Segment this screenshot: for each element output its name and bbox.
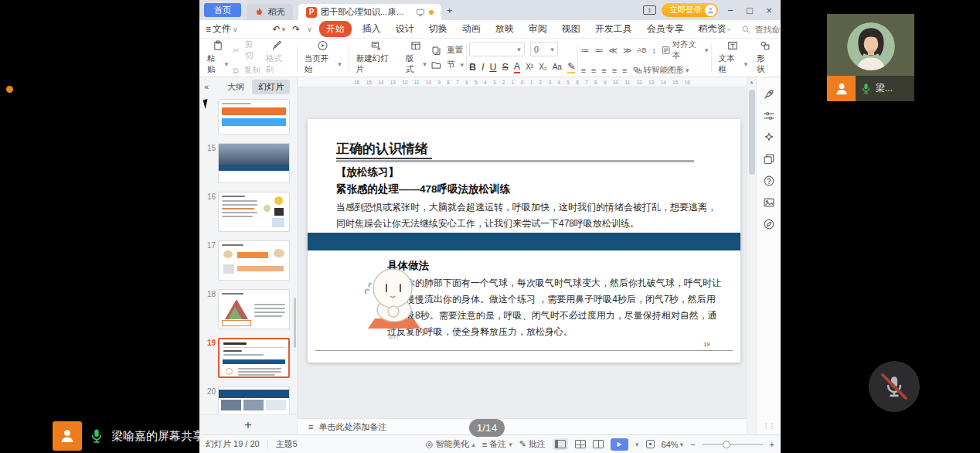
close-button[interactable]: × — [762, 5, 776, 16]
slide-sorter-view-button[interactable] — [575, 440, 586, 448]
slide-thumbnail-19-selected[interactable]: 19 — [202, 338, 297, 378]
new-tab-button[interactable]: + — [447, 5, 453, 16]
align-center-button[interactable]: ≡ — [591, 66, 596, 75]
zoom-out-button[interactable]: − — [690, 440, 695, 449]
home-tab[interactable]: 首页 — [204, 3, 241, 17]
section-button[interactable]: 节▾ — [431, 60, 464, 70]
notes-placeholder[interactable]: 单击此处添加备注 — [318, 421, 386, 433]
mute-toggle-button[interactable] — [869, 361, 920, 412]
menu-tab-devtools[interactable]: 开发工具 — [591, 21, 636, 37]
add-slide-button[interactable]: + — [199, 414, 297, 434]
menu-tab-slideshow[interactable]: 放映 — [492, 21, 518, 37]
scrollbar-thumb[interactable] — [749, 90, 755, 175]
menu-tab-transition[interactable]: 切换 — [425, 21, 451, 37]
slides-tab[interactable]: 幻灯片 — [252, 80, 290, 94]
smart-graphic-button[interactable]: 转智能图形▾ — [633, 65, 689, 76]
menu-tab-view[interactable]: 视图 — [558, 21, 584, 37]
align-right-button[interactable]: ≡ — [601, 66, 606, 75]
slide-title[interactable]: 正确的认识情绪 — [336, 140, 428, 158]
notes-button[interactable]: ≡ 备注 ▾ — [482, 438, 512, 450]
theme-label[interactable]: 主题5 — [276, 438, 298, 450]
search-input[interactable] — [754, 24, 781, 35]
help-icon[interactable] — [763, 175, 775, 187]
highlight-button[interactable]: ✎ — [567, 60, 575, 73]
play-options-icon[interactable]: ▾ — [635, 441, 639, 448]
cut-button[interactable]: ✂剪切 — [233, 39, 260, 61]
start-from-page-button[interactable]: 当页开始▾ — [300, 40, 346, 75]
zoom-slider[interactable] — [703, 444, 763, 445]
zoom-level[interactable]: 64%▾ — [662, 440, 684, 449]
more-commands-icon[interactable]: ∨ — [307, 26, 312, 33]
underline-button[interactable]: U — [489, 62, 496, 73]
login-button[interactable]: 立即登录 — [662, 3, 718, 17]
sidebar-scrollbar[interactable] — [294, 298, 296, 348]
slide-thumbnail-17[interactable]: 17 — [202, 240, 297, 281]
image-card-icon[interactable] — [763, 196, 775, 209]
command-search[interactable] — [741, 24, 781, 35]
align-text-button[interactable]: 对齐文本▾ — [662, 39, 709, 61]
outline-tab[interactable]: 大纲 — [227, 81, 244, 93]
menu-tab-design[interactable]: 设计 — [392, 21, 418, 37]
increase-indent-button[interactable]: ≫ — [623, 46, 632, 56]
collapse-panel-button[interactable]: « — [204, 82, 209, 91]
numbered-list-button[interactable]: ≕ — [594, 46, 603, 56]
slideshow-play-button[interactable]: ▶ — [611, 438, 628, 451]
zoom-slider-knob[interactable] — [723, 441, 730, 448]
panel-drag-handle[interactable]: ⋮⋮ — [763, 422, 775, 430]
paste-button[interactable]: 粘贴▾ — [202, 40, 233, 75]
layout-button[interactable]: 版式▾ — [401, 40, 431, 75]
bullet-list-button[interactable]: ≔ — [580, 46, 589, 56]
subscript-button[interactable]: X₂ — [539, 63, 547, 71]
decrease-indent-button[interactable]: ≪ — [608, 46, 618, 56]
slide-heading-2[interactable]: 紧张感的处理——478呼吸法放松训练 — [336, 182, 510, 196]
slide-thumbnail-16[interactable]: 16 — [202, 192, 297, 232]
bold-button[interactable]: B — [469, 62, 476, 73]
menu-tab-member[interactable]: 会员专享 — [643, 21, 688, 37]
text-effect-button[interactable]: Aa — [553, 63, 562, 71]
docer-tab[interactable]: 稻壳 — [247, 4, 293, 20]
text-box-button[interactable]: 文本框▾ — [714, 40, 753, 75]
line-spacing-button[interactable]: ↕ — [652, 46, 656, 55]
undo-button[interactable]: ↶▾ — [273, 24, 286, 35]
vertical-scrollbar[interactable]: ▴ — [747, 77, 756, 434]
effects-star-icon[interactable] — [763, 131, 775, 144]
font-color-button[interactable]: A — [514, 61, 520, 73]
font-family-select[interactable]: ▾ — [469, 42, 525, 56]
menu-tab-review[interactable]: 审阅 — [525, 21, 551, 37]
scroll-up-icon[interactable]: ▴ — [747, 77, 756, 85]
new-slide-button[interactable]: 新建幻灯片 — [352, 40, 401, 75]
slide-thumbnail-15[interactable]: 15 — [202, 143, 297, 183]
comments-button[interactable]: ✎ 批注 — [519, 438, 546, 450]
slide-heading-1[interactable]: 【放松练习】 — [336, 165, 399, 179]
maximize-button[interactable]: □ — [743, 5, 757, 16]
copy-button[interactable]: ⧉复制 — [233, 65, 260, 76]
document-tab[interactable]: P 团干部心理知识...康教育0504 — [298, 4, 441, 20]
webcam-tile[interactable]: 梁... — [827, 14, 914, 101]
fit-to-window-icon[interactable] — [646, 440, 655, 448]
compass-icon[interactable] — [763, 218, 775, 230]
device-sync-icon[interactable]: 1 — [643, 5, 656, 15]
menu-tab-animation[interactable]: 动画 — [458, 21, 485, 37]
reset-button[interactable]: 重置 — [431, 45, 464, 56]
menu-tab-insert[interactable]: 插入 — [359, 21, 385, 37]
smart-beautify-button[interactable]: ◎ 智能美化 ▴ — [426, 438, 475, 450]
slide-canvas[interactable]: 正确的认识情绪 【放松练习】 紧张感的处理——478呼吸法放松训练 当感到恐惧或… — [308, 119, 740, 363]
settings-sliders-icon[interactable] — [763, 110, 775, 122]
file-menu[interactable]: ≡ 文件 ∨ — [206, 22, 238, 36]
slide-thumbnail-18[interactable]: 18 — [202, 289, 297, 329]
distribute-button[interactable]: ≡ — [622, 66, 627, 75]
text-direction-button[interactable]: AB — [637, 46, 646, 54]
notes-bar[interactable]: ≡ 单击此处添加备注 — [298, 418, 747, 434]
slide-paragraph[interactable]: 当感到恐惧或紧张时，大脑就会超速运转，呼吸加快，这时我们的情绪会被打乱，想要逃离… — [336, 199, 720, 231]
slide-thumbnail-20[interactable]: 20 — [202, 387, 297, 414]
slide-thumbnail-14[interactable] — [202, 99, 297, 135]
normal-view-button[interactable] — [553, 438, 568, 450]
menu-tab-home[interactable]: 开始 — [319, 21, 352, 37]
reading-view-button[interactable] — [593, 440, 604, 448]
shapes-button[interactable]: 形状 — [752, 40, 778, 75]
justify-button[interactable]: ≡ — [612, 66, 617, 75]
align-left-button[interactable]: ≡ — [580, 66, 585, 75]
zoom-in-button[interactable]: + — [770, 440, 774, 449]
redo-button[interactable]: ↷ — [292, 24, 300, 35]
font-size-select[interactable]: 0▾ — [530, 42, 558, 56]
